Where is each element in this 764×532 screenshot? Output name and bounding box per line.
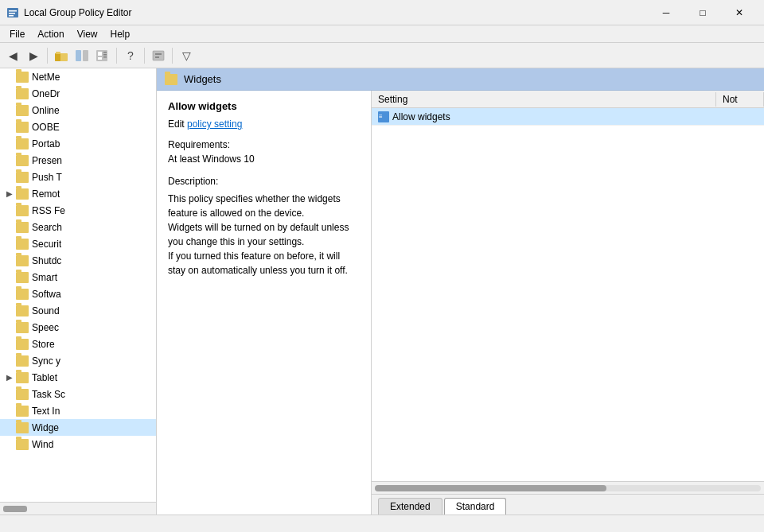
tree-scroll-area[interactable]: NetMe OneDr Online OOBE Portab: [0, 68, 156, 502]
tree-item-remot[interactable]: ▶ Remot: [0, 185, 156, 202]
expand-button[interactable]: [93, 46, 112, 65]
folder-icon-task-sc: [16, 389, 29, 400]
expand-icon-tablet: ▶: [3, 373, 16, 382]
tree-item-task-sc[interactable]: Task Sc: [0, 386, 156, 402]
app-icon: [6, 6, 19, 19]
svg-rect-16: [155, 53, 162, 55]
tree-item-rss-fe[interactable]: RSS Fe: [0, 202, 156, 219]
content-header-title: Widgets: [184, 73, 221, 85]
table-hscroll[interactable]: [372, 481, 764, 494]
tree-item-text-in[interactable]: Text In: [0, 402, 156, 419]
maximize-button[interactable]: □: [684, 0, 721, 25]
svg-rect-2: [9, 13, 15, 14]
tree-item-store[interactable]: Store: [0, 336, 156, 352]
desc-requirements-value: At least Windows 10: [168, 152, 360, 166]
tree-label-portab: Portab: [32, 138, 60, 150]
tab-standard[interactable]: Standard: [444, 498, 507, 515]
toolbar-separator-2: [116, 48, 117, 64]
menu-view[interactable]: View: [71, 27, 104, 41]
content-split: Allow widgets Edit policy setting Requir…: [157, 91, 764, 515]
tab-extended[interactable]: Extended: [378, 498, 442, 515]
table-row-allow-widgets[interactable]: Allow widgets: [372, 108, 764, 126]
tree-label-shutdc: Shutdc: [32, 255, 61, 266]
tree-item-netme[interactable]: NetMe: [0, 68, 156, 85]
svg-rect-7: [76, 50, 81, 61]
back-button[interactable]: ◀: [3, 46, 22, 65]
tree-label-oobe: OOBE: [32, 122, 60, 133]
tree-item-tablet[interactable]: ▶ Tablet: [0, 369, 156, 386]
tree-label-onedr: OneDr: [32, 88, 60, 99]
tree-label-softwa: Softwa: [32, 289, 61, 300]
tree-item-securit[interactable]: Securit: [0, 235, 156, 252]
folder-icon-presen: [16, 155, 29, 166]
tree-label-wind: Wind: [32, 439, 53, 450]
desc-description-label: Description:: [168, 174, 360, 188]
tree-item-sync-y[interactable]: Sync y: [0, 352, 156, 369]
tree-item-speech[interactable]: Speec: [0, 319, 156, 336]
forward-button[interactable]: ▶: [24, 46, 43, 65]
tree-label-widge: Widge: [32, 422, 59, 433]
console-button[interactable]: [149, 46, 168, 65]
tree-label-remot: Remot: [32, 188, 60, 200]
filter-button[interactable]: ▽: [177, 46, 196, 65]
desc-description-section: Description: This policy specifies wheth…: [168, 174, 360, 278]
tree-label-sync-y: Sync y: [32, 355, 60, 367]
allow-widgets-label: Allow widgets: [392, 111, 450, 122]
tree-item-presen[interactable]: Presen: [0, 152, 156, 169]
tree-item-oobe[interactable]: OOBE: [0, 118, 156, 135]
tree-label-presen: Presen: [32, 155, 62, 166]
tree-hscroll[interactable]: [0, 502, 156, 515]
folder-icon-portab: [16, 138, 29, 150]
help-button[interactable]: ?: [121, 46, 140, 65]
menu-help[interactable]: Help: [104, 27, 137, 41]
tree-item-search[interactable]: Search: [0, 219, 156, 235]
toolbar-separator-4: [172, 48, 173, 64]
main-area: NetMe OneDr Online OOBE Portab: [0, 68, 764, 515]
content-header: Widgets: [157, 68, 764, 91]
minimize-button[interactable]: ─: [648, 0, 684, 25]
close-button[interactable]: ✕: [721, 0, 758, 25]
window-title: Local Group Policy Editor: [24, 7, 648, 18]
menu-action[interactable]: Action: [31, 27, 70, 41]
tree-label-text-in: Text In: [32, 406, 60, 417]
tree-label-sound: Sound: [32, 305, 60, 316]
desc-edit-line: Edit policy setting: [168, 118, 360, 130]
svg-rect-5: [55, 53, 60, 61]
svg-rect-17: [155, 56, 159, 58]
menu-file[interactable]: File: [3, 27, 31, 41]
open-folder-button[interactable]: [52, 46, 71, 65]
folder-icon-speech: [16, 322, 29, 333]
allow-widgets-icon: [378, 111, 389, 122]
folder-icon-text-in: [16, 406, 29, 417]
status-bar: [0, 515, 764, 532]
svg-rect-12: [103, 52, 107, 53]
tree-item-widge[interactable]: Widge: [0, 419, 156, 436]
tree-panel: NetMe OneDr Online OOBE Portab: [0, 68, 157, 515]
tree-item-push-t[interactable]: Push T: [0, 169, 156, 185]
svg-rect-13: [103, 54, 107, 56]
tree-label-netme: NetMe: [32, 72, 60, 83]
folder-icon-tablet: [16, 372, 29, 383]
tree-label-speech: Speec: [32, 322, 59, 333]
show-hide-button[interactable]: [72, 46, 92, 65]
svg-rect-8: [83, 50, 88, 61]
folder-icon-softwa: [16, 289, 29, 300]
tree-item-wind[interactable]: Wind: [0, 436, 156, 452]
desc-description-text: This policy specifies whether the widget…: [168, 192, 360, 278]
description-panel: Allow widgets Edit policy setting Requir…: [157, 91, 372, 515]
table-header: Setting Not: [372, 91, 764, 108]
tree-label-search: Search: [32, 222, 62, 233]
svg-rect-3: [9, 15, 14, 17]
desc-policy-link[interactable]: policy setting: [187, 118, 242, 130]
tree-item-sound[interactable]: Sound: [0, 302, 156, 319]
tree-item-shutdc[interactable]: Shutdc: [0, 252, 156, 269]
tree-label-store: Store: [32, 339, 55, 350]
content-area: Widgets Allow widgets Edit policy settin…: [157, 68, 764, 515]
tree-item-portab[interactable]: Portab: [0, 135, 156, 152]
tree-item-softwa[interactable]: Softwa: [0, 285, 156, 302]
tree-item-online[interactable]: Online: [0, 102, 156, 118]
desc-requirements-section: Requirements: At least Windows 10: [168, 138, 360, 166]
tree-item-onedr[interactable]: OneDr: [0, 85, 156, 102]
folder-icon-smart: [16, 272, 29, 283]
tree-item-smart[interactable]: Smart: [0, 269, 156, 285]
